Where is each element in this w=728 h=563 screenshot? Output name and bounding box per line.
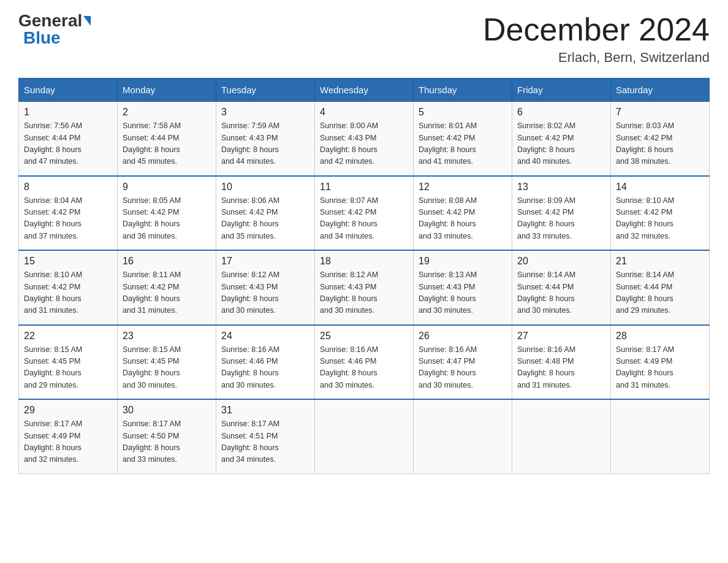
calendar-day-cell: 19 Sunrise: 8:13 AM Sunset: 4:43 PM Dayl… [414,250,512,325]
day-number: 7 [616,107,704,118]
col-saturday: Saturday [611,79,710,102]
day-number: 5 [419,107,507,118]
calendar-day-cell [414,399,512,473]
day-number: 1 [24,107,112,118]
day-info: Sunrise: 8:01 AM Sunset: 4:42 PM Dayligh… [419,120,507,168]
day-info: Sunrise: 8:17 AM Sunset: 4:49 PM Dayligh… [616,344,704,392]
calendar-week-row: 22 Sunrise: 8:15 AM Sunset: 4:45 PM Dayl… [19,325,710,400]
calendar-day-cell: 18 Sunrise: 8:12 AM Sunset: 4:43 PM Dayl… [315,250,414,325]
month-title: December 2024 [483,12,710,47]
col-tuesday: Tuesday [216,79,315,102]
day-number: 9 [123,182,211,193]
calendar-day-cell: 12 Sunrise: 8:08 AM Sunset: 4:42 PM Dayl… [414,176,512,251]
calendar-day-cell: 11 Sunrise: 8:07 AM Sunset: 4:42 PM Dayl… [315,176,414,251]
day-info: Sunrise: 8:12 AM Sunset: 4:43 PM Dayligh… [320,269,408,317]
title-section: December 2024 Erlach, Bern, Switzerland [483,12,710,66]
calendar-table: Sunday Monday Tuesday Wednesday Thursday… [18,78,710,474]
calendar-day-cell: 10 Sunrise: 8:06 AM Sunset: 4:42 PM Dayl… [216,176,315,251]
col-sunday: Sunday [19,79,118,102]
calendar-day-cell: 28 Sunrise: 8:17 AM Sunset: 4:49 PM Dayl… [611,325,710,400]
day-info: Sunrise: 8:13 AM Sunset: 4:43 PM Dayligh… [419,269,507,317]
day-number: 30 [123,405,211,416]
calendar-day-cell: 22 Sunrise: 8:15 AM Sunset: 4:45 PM Dayl… [19,325,118,400]
day-number: 25 [320,331,408,342]
day-info: Sunrise: 8:17 AM Sunset: 4:49 PM Dayligh… [24,418,112,466]
day-number: 21 [616,256,704,267]
calendar-day-cell: 21 Sunrise: 8:14 AM Sunset: 4:44 PM Dayl… [611,250,710,325]
day-info: Sunrise: 8:12 AM Sunset: 4:43 PM Dayligh… [221,269,309,317]
day-info: Sunrise: 8:15 AM Sunset: 4:45 PM Dayligh… [24,344,112,392]
calendar-day-cell: 4 Sunrise: 8:00 AM Sunset: 4:43 PM Dayli… [315,102,414,176]
page-header: General Blue December 2024 Erlach, Bern,… [18,12,710,66]
calendar-day-cell: 8 Sunrise: 8:04 AM Sunset: 4:42 PM Dayli… [19,176,118,251]
calendar-week-row: 29 Sunrise: 8:17 AM Sunset: 4:49 PM Dayl… [19,399,710,473]
day-info: Sunrise: 8:07 AM Sunset: 4:42 PM Dayligh… [320,195,408,243]
calendar-week-row: 8 Sunrise: 8:04 AM Sunset: 4:42 PM Dayli… [19,176,710,251]
day-info: Sunrise: 8:11 AM Sunset: 4:42 PM Dayligh… [123,269,211,317]
calendar-day-cell [315,399,414,473]
calendar-day-cell: 24 Sunrise: 8:16 AM Sunset: 4:46 PM Dayl… [216,325,315,400]
calendar-day-cell: 1 Sunrise: 7:56 AM Sunset: 4:44 PM Dayli… [19,102,118,176]
day-info: Sunrise: 8:03 AM Sunset: 4:42 PM Dayligh… [616,120,704,168]
day-number: 6 [517,107,605,118]
day-info: Sunrise: 8:04 AM Sunset: 4:42 PM Dayligh… [24,195,112,243]
col-wednesday: Wednesday [315,79,414,102]
day-info: Sunrise: 8:09 AM Sunset: 4:42 PM Dayligh… [517,195,605,243]
day-number: 2 [123,107,211,118]
day-info: Sunrise: 8:10 AM Sunset: 4:42 PM Dayligh… [24,269,112,317]
day-info: Sunrise: 8:16 AM Sunset: 4:47 PM Dayligh… [419,344,507,392]
day-info: Sunrise: 8:16 AM Sunset: 4:48 PM Dayligh… [517,344,605,392]
col-monday: Monday [118,79,216,102]
day-number: 27 [517,331,605,342]
day-info: Sunrise: 8:08 AM Sunset: 4:42 PM Dayligh… [419,195,507,243]
day-info: Sunrise: 7:59 AM Sunset: 4:43 PM Dayligh… [221,120,309,168]
day-info: Sunrise: 8:10 AM Sunset: 4:42 PM Dayligh… [616,195,704,243]
day-info: Sunrise: 8:02 AM Sunset: 4:42 PM Dayligh… [517,120,605,168]
calendar-week-row: 15 Sunrise: 8:10 AM Sunset: 4:42 PM Dayl… [19,250,710,325]
calendar-week-row: 1 Sunrise: 7:56 AM Sunset: 4:44 PM Dayli… [19,102,710,176]
day-info: Sunrise: 8:14 AM Sunset: 4:44 PM Dayligh… [517,269,605,317]
calendar-day-cell: 17 Sunrise: 8:12 AM Sunset: 4:43 PM Dayl… [216,250,315,325]
day-number: 26 [419,331,507,342]
col-friday: Friday [512,79,611,102]
calendar-day-cell: 6 Sunrise: 8:02 AM Sunset: 4:42 PM Dayli… [512,102,611,176]
day-number: 11 [320,182,408,193]
calendar-day-cell: 7 Sunrise: 8:03 AM Sunset: 4:42 PM Dayli… [611,102,710,176]
logo-triangle-icon [83,16,91,26]
day-info: Sunrise: 8:15 AM Sunset: 4:45 PM Dayligh… [123,344,211,392]
header-row: Sunday Monday Tuesday Wednesday Thursday… [19,79,710,102]
day-info: Sunrise: 8:16 AM Sunset: 4:46 PM Dayligh… [221,344,309,392]
location-text: Erlach, Bern, Switzerland [483,50,710,66]
logo-blue-text: Blue [23,29,61,47]
day-info: Sunrise: 8:17 AM Sunset: 4:51 PM Dayligh… [221,418,309,466]
day-info: Sunrise: 8:05 AM Sunset: 4:42 PM Dayligh… [123,195,211,243]
calendar-day-cell [512,399,611,473]
day-number: 17 [221,256,309,267]
day-number: 24 [221,331,309,342]
day-number: 16 [123,256,211,267]
day-number: 15 [24,256,112,267]
calendar-day-cell: 31 Sunrise: 8:17 AM Sunset: 4:51 PM Dayl… [216,399,315,473]
calendar-day-cell: 9 Sunrise: 8:05 AM Sunset: 4:42 PM Dayli… [118,176,216,251]
day-number: 22 [24,331,112,342]
day-info: Sunrise: 8:17 AM Sunset: 4:50 PM Dayligh… [123,418,211,466]
calendar-day-cell: 25 Sunrise: 8:16 AM Sunset: 4:46 PM Dayl… [315,325,414,400]
calendar-day-cell: 16 Sunrise: 8:11 AM Sunset: 4:42 PM Dayl… [118,250,216,325]
calendar-day-cell: 27 Sunrise: 8:16 AM Sunset: 4:48 PM Dayl… [512,325,611,400]
calendar-day-cell: 13 Sunrise: 8:09 AM Sunset: 4:42 PM Dayl… [512,176,611,251]
day-info: Sunrise: 7:56 AM Sunset: 4:44 PM Dayligh… [24,120,112,168]
day-number: 12 [419,182,507,193]
calendar-day-cell [611,399,710,473]
calendar-day-cell: 2 Sunrise: 7:58 AM Sunset: 4:44 PM Dayli… [118,102,216,176]
day-info: Sunrise: 7:58 AM Sunset: 4:44 PM Dayligh… [123,120,211,168]
calendar-day-cell: 5 Sunrise: 8:01 AM Sunset: 4:42 PM Dayli… [414,102,512,176]
day-info: Sunrise: 8:06 AM Sunset: 4:42 PM Dayligh… [221,195,309,243]
calendar-day-cell: 3 Sunrise: 7:59 AM Sunset: 4:43 PM Dayli… [216,102,315,176]
logo: General Blue [18,12,91,47]
day-number: 8 [24,182,112,193]
day-number: 3 [221,107,309,118]
day-number: 19 [419,256,507,267]
calendar-day-cell: 29 Sunrise: 8:17 AM Sunset: 4:49 PM Dayl… [19,399,118,473]
calendar-day-cell: 15 Sunrise: 8:10 AM Sunset: 4:42 PM Dayl… [19,250,118,325]
calendar-day-cell: 26 Sunrise: 8:16 AM Sunset: 4:47 PM Dayl… [414,325,512,400]
